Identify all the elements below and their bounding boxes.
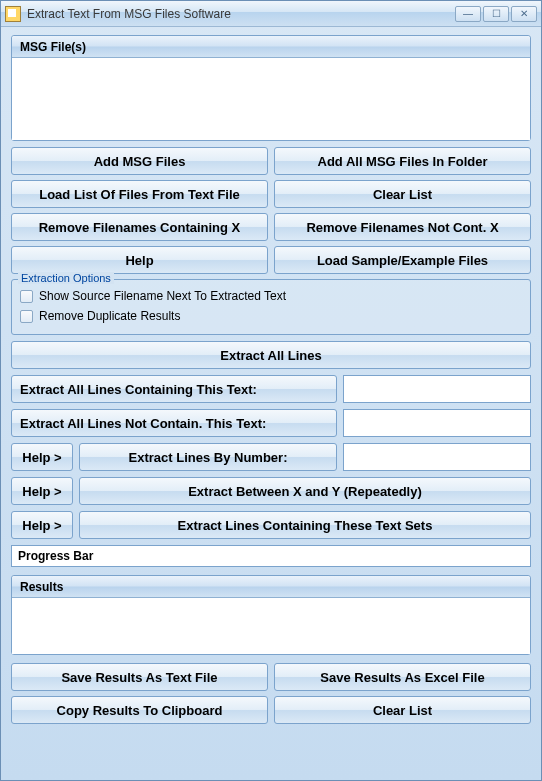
- extract-text-sets-button[interactable]: Extract Lines Containing These Text Sets: [79, 511, 531, 539]
- app-window: Extract Text From MSG Files Software — ☐…: [0, 0, 542, 781]
- results-header: Results: [12, 576, 530, 598]
- show-source-label: Show Source Filename Next To Extracted T…: [39, 289, 286, 303]
- clear-list-button[interactable]: Clear List: [274, 180, 531, 208]
- window-controls: — ☐ ✕: [455, 6, 537, 22]
- minimize-button[interactable]: —: [455, 6, 481, 22]
- results-list[interactable]: [12, 598, 530, 654]
- help-between-button[interactable]: Help >: [11, 477, 73, 505]
- extract-by-number-button[interactable]: Extract Lines By Number:: [79, 443, 337, 471]
- extraction-options-legend: Extraction Options: [18, 272, 114, 284]
- extraction-options-fieldset: Extraction Options Show Source Filename …: [11, 279, 531, 335]
- extract-not-containing-input[interactable]: [343, 409, 531, 437]
- save-text-button[interactable]: Save Results As Text File: [11, 663, 268, 691]
- remove-containing-x-button[interactable]: Remove Filenames Containing X: [11, 213, 268, 241]
- remove-duplicate-option: Remove Duplicate Results: [20, 306, 522, 326]
- help-by-number-button[interactable]: Help >: [11, 443, 73, 471]
- extract-between-button[interactable]: Extract Between X and Y (Repeatedly): [79, 477, 531, 505]
- add-all-folder-button[interactable]: Add All MSG Files In Folder: [274, 147, 531, 175]
- results-group: Results: [11, 575, 531, 655]
- maximize-button[interactable]: ☐: [483, 6, 509, 22]
- extract-containing-input[interactable]: [343, 375, 531, 403]
- load-sample-button[interactable]: Load Sample/Example Files: [274, 246, 531, 274]
- extract-containing-button[interactable]: Extract All Lines Containing This Text:: [11, 375, 337, 403]
- file-list[interactable]: [12, 58, 530, 140]
- file-list-header: MSG File(s): [12, 36, 530, 58]
- show-source-checkbox[interactable]: [20, 290, 33, 303]
- close-button[interactable]: ✕: [511, 6, 537, 22]
- copy-clipboard-button[interactable]: Copy Results To Clipboard: [11, 696, 268, 724]
- remove-duplicate-checkbox[interactable]: [20, 310, 33, 323]
- extract-not-containing-button[interactable]: Extract All Lines Not Contain. This Text…: [11, 409, 337, 437]
- titlebar: Extract Text From MSG Files Software — ☐…: [1, 1, 541, 27]
- show-source-option: Show Source Filename Next To Extracted T…: [20, 286, 522, 306]
- remove-not-containing-x-button[interactable]: Remove Filenames Not Cont. X: [274, 213, 531, 241]
- remove-duplicate-label: Remove Duplicate Results: [39, 309, 180, 323]
- progress-bar: Progress Bar: [11, 545, 531, 567]
- help-button[interactable]: Help: [11, 246, 268, 274]
- extract-all-lines-button[interactable]: Extract All Lines: [11, 341, 531, 369]
- load-list-from-text-button[interactable]: Load List Of Files From Text File: [11, 180, 268, 208]
- add-msg-files-button[interactable]: Add MSG Files: [11, 147, 268, 175]
- extract-by-number-input[interactable]: [343, 443, 531, 471]
- help-text-sets-button[interactable]: Help >: [11, 511, 73, 539]
- app-icon: [5, 6, 21, 22]
- content-area: MSG File(s) Add MSG Files Add All MSG Fi…: [1, 27, 541, 732]
- clear-results-button[interactable]: Clear List: [274, 696, 531, 724]
- window-title: Extract Text From MSG Files Software: [27, 7, 455, 21]
- file-list-group: MSG File(s): [11, 35, 531, 141]
- save-excel-button[interactable]: Save Results As Excel File: [274, 663, 531, 691]
